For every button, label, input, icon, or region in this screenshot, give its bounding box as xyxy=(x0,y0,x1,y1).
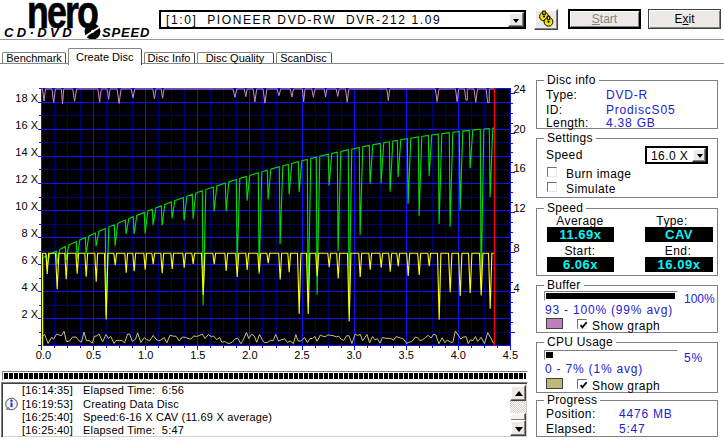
svg-text:0.0: 0.0 xyxy=(36,349,51,361)
svg-text:16 X: 16 X xyxy=(15,119,38,131)
svg-text:3.0: 3.0 xyxy=(346,349,361,361)
svg-text:4: 4 xyxy=(514,282,520,294)
svg-text:20: 20 xyxy=(514,123,526,135)
svg-text:2.0: 2.0 xyxy=(242,349,257,361)
svg-text:24: 24 xyxy=(514,83,526,95)
svg-text:3.5: 3.5 xyxy=(399,349,414,361)
svg-text:6 X: 6 X xyxy=(21,254,38,266)
svg-text:1.5: 1.5 xyxy=(190,349,205,361)
svg-text:2 X: 2 X xyxy=(21,308,38,320)
svg-text:8: 8 xyxy=(514,242,520,254)
svg-text:4.0: 4.0 xyxy=(451,349,466,361)
svg-text:12 X: 12 X xyxy=(15,173,38,185)
svg-text:8 X: 8 X xyxy=(21,227,38,239)
svg-text:2.5: 2.5 xyxy=(294,349,309,361)
svg-text:18 X: 18 X xyxy=(15,92,38,104)
svg-text:4 X: 4 X xyxy=(21,281,38,293)
svg-text:14 X: 14 X xyxy=(15,146,38,158)
svg-text:10 X: 10 X xyxy=(15,200,38,212)
svg-text:0.5: 0.5 xyxy=(86,349,101,361)
svg-text:12: 12 xyxy=(514,202,526,214)
svg-text:4.5: 4.5 xyxy=(503,349,518,361)
svg-text:1.0: 1.0 xyxy=(138,349,153,361)
svg-text:16: 16 xyxy=(514,162,526,174)
